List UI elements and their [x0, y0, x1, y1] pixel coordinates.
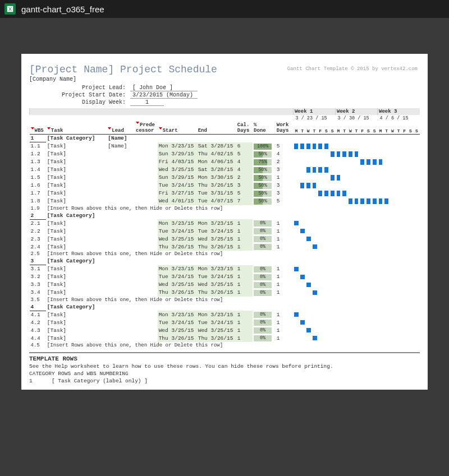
end-cell: Thu 3/26/15	[197, 334, 236, 342]
cal-cell: 1	[236, 243, 253, 251]
gantt-cell	[390, 326, 396, 334]
table-row[interactable]: 1[Task Category][Name]	[30, 135, 420, 142]
table-row[interactable]: 2.3[Task]Wed 3/25/15Wed 3/25/1510%1	[30, 235, 420, 243]
table-row[interactable]: 2.2[Task]Tue 3/24/15Tue 3/24/1510%1	[30, 227, 420, 235]
gantt-cell	[317, 243, 323, 251]
gantt-bar	[324, 167, 328, 173]
gantt-cell	[347, 190, 354, 197]
table-row[interactable]: 2.4[Task]Thu 3/26/15Thu 3/26/1510%1	[30, 243, 420, 251]
gantt-cell	[299, 243, 305, 251]
pct-cell: 0%	[253, 235, 276, 243]
gantt-cell	[311, 289, 318, 297]
table-row[interactable]: 1.3[Task]Fri 4/03/15Mon 4/06/15475%2	[30, 158, 420, 166]
task-cell: [Task]	[46, 190, 107, 197]
table-row[interactable]: 2.1[Task]Mon 3/23/15Mon 3/23/1510%1	[30, 219, 420, 227]
table-row[interactable]: 4.5[Insert Rows above this one, then Hid…	[30, 342, 420, 349]
gantt-cell	[347, 281, 354, 289]
table-row[interactable]: 4.1[Task]Mon 3/23/15Mon 3/23/1510%1	[30, 311, 420, 318]
gantt-cell	[311, 273, 318, 281]
gantt-cell	[347, 174, 354, 182]
start-cell: Wed 4/01/15	[158, 197, 197, 205]
gantt-cell	[383, 150, 390, 158]
work-cell: 1	[276, 273, 294, 281]
table-row[interactable]: 1.1[Task][Name]Mon 3/23/15Sat 3/28/15610…	[30, 142, 420, 150]
table-row[interactable]: 1.8[Task]Wed 4/01/15Tue 4/07/15750%5	[30, 197, 420, 205]
day-col: T	[311, 122, 318, 135]
table-row[interactable]: 1.2[Task]Sun 3/29/15Thu 4/02/15550%4	[30, 150, 420, 158]
table-row[interactable]: 1.9[Insert Rows above this one, then Hid…	[30, 205, 420, 212]
pred-cell	[135, 227, 158, 235]
gantt-cell	[372, 158, 378, 166]
table-row[interactable]: 3[Task Category]	[30, 257, 420, 265]
table-row[interactable]: 3.1[Task]Mon 3/23/15Mon 3/23/1510%1	[30, 265, 420, 273]
day-col: F	[401, 122, 407, 135]
gantt-cell	[299, 142, 305, 150]
table-row[interactable]: 3.4[Task]Thu 3/26/15Thu 3/26/1510%1	[30, 289, 420, 297]
gantt-table[interactable]: Week 1Week 2Week 33 / 23 / 153 / 30 / 15…	[29, 108, 420, 349]
task-cell: [Task]	[46, 243, 107, 251]
day-col: M	[378, 122, 384, 135]
table-row[interactable]: 3.3[Task]Wed 3/25/15Wed 3/25/1510%1	[30, 281, 420, 289]
table-row[interactable]: 4.3[Task]Wed 3/25/15Wed 3/25/1510%1	[30, 326, 420, 334]
gantt-cell	[305, 158, 311, 166]
table-row[interactable]: 1.5[Task]Sun 3/29/15Mon 3/30/15250%1	[30, 174, 420, 182]
table-row[interactable]: 3.5[Insert Rows above this one, then Hid…	[30, 297, 420, 303]
pct-cell: 100%	[253, 142, 276, 150]
table-row[interactable]: 3.2[Task]Tue 3/24/15Tue 3/24/1510%1	[30, 273, 420, 281]
pred-cell	[135, 311, 158, 318]
day-col: S	[323, 122, 329, 135]
table-row[interactable]: 2.5[Insert Rows above this one, then Hid…	[30, 251, 420, 257]
table-row[interactable]: 4.4[Task]Thu 3/26/15Thu 3/26/1510%1	[30, 334, 420, 342]
gantt-cell	[401, 174, 407, 182]
start-cell: Thu 3/26/15	[158, 334, 197, 342]
table-row[interactable]: 1.4[Task]Wed 3/25/15Sat 3/28/15450%3	[30, 166, 420, 174]
pred-cell	[135, 219, 158, 227]
gantt-cell	[414, 227, 420, 235]
day-col: W	[305, 122, 311, 135]
gantt-cell	[299, 158, 305, 166]
table-row[interactable]: 4.2[Task]Tue 3/24/15Tue 3/24/1510%1	[30, 318, 420, 326]
start-cell: Mon 3/23/15	[158, 219, 197, 227]
gantt-cell	[390, 289, 396, 297]
lead-value[interactable]: [ John Doe ]	[130, 85, 198, 91]
gantt-cell	[372, 150, 378, 158]
week-value[interactable]: 1	[130, 99, 164, 106]
gantt-cell	[396, 182, 402, 190]
gantt-cell	[305, 334, 311, 342]
table-row[interactable]: 1.6[Task]Tue 3/24/15Thu 3/26/15350%3	[30, 182, 420, 190]
gantt-cell	[396, 318, 402, 326]
day-col: T	[396, 122, 402, 135]
lead-cell	[107, 243, 135, 251]
week-label: Display Week:	[29, 99, 130, 106]
col-task: Task	[46, 122, 107, 135]
gantt-cell	[354, 219, 360, 227]
table-row[interactable]: 4[Task Category]	[30, 303, 420, 311]
gantt-cell	[336, 166, 342, 174]
gantt-cell	[317, 158, 323, 166]
gantt-cell	[365, 174, 372, 182]
table-row[interactable]: 1.7[Task]Fri 3/27/15Tue 3/31/15550%3	[30, 190, 420, 197]
work-cell: 3	[276, 166, 294, 174]
gantt-cell	[378, 243, 384, 251]
task-cell: [Task]	[46, 150, 107, 158]
gantt-cell	[354, 326, 360, 334]
table-row[interactable]: 2[Task Category]	[30, 212, 420, 220]
wbs-cell: 1.6	[30, 182, 46, 190]
gantt-cell	[383, 289, 390, 297]
gantt-cell	[341, 158, 347, 166]
gantt-cell	[401, 318, 407, 326]
start-cell: Fri 4/03/15	[158, 158, 197, 166]
window-filename: gantt-chart_o365_free	[21, 4, 104, 14]
gantt-cell	[293, 273, 299, 281]
start-value[interactable]: 3/23/2015 (Monday)	[130, 92, 198, 99]
gantt-cell	[390, 197, 396, 205]
gantt-cell	[354, 273, 360, 281]
gantt-cell	[365, 289, 372, 297]
insert-text: [Insert Rows above this one, then Hide o…	[46, 205, 420, 212]
lead-cell	[107, 257, 135, 265]
gantt-cell	[317, 235, 323, 243]
pct-cell: 0%	[253, 227, 276, 235]
gantt-cell	[293, 150, 299, 158]
cal-cell: 1	[236, 265, 253, 273]
gantt-cell	[378, 334, 384, 342]
